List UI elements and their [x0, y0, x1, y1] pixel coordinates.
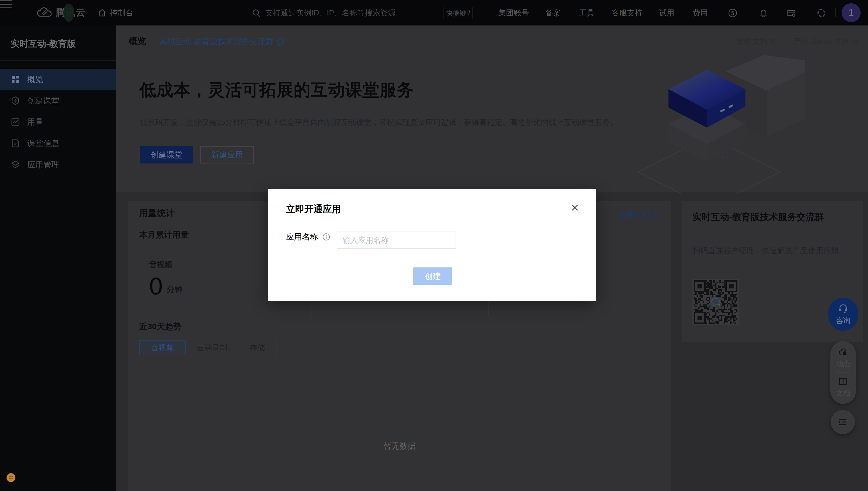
modal-title: 立即开通应用 — [286, 203, 341, 215]
overview-grid-icon — [11, 75, 20, 84]
collapse-list-icon — [838, 417, 848, 427]
info-icon[interactable] — [322, 233, 330, 241]
sidebar: 实时互动-教育版 概览 创建课堂 用量 课堂信息 应用管理 — [0, 26, 116, 491]
community-card-title: 实时互动-教育版技术服务交流群 — [692, 210, 855, 224]
console-nav-link[interactable]: 控制台 — [98, 0, 133, 26]
nav-link-trial[interactable]: 试用 — [659, 0, 675, 26]
nav-link-tools[interactable]: 工具 — [579, 0, 595, 26]
console-settings-icon[interactable] — [786, 8, 796, 18]
tencent-cloud-logo-icon[interactable] — [37, 7, 52, 19]
app-name-input[interactable] — [337, 232, 456, 249]
news-button[interactable]: 动态 — [836, 348, 850, 368]
search-icon[interactable] — [252, 8, 261, 18]
nav-link-icp[interactable]: 备案 — [545, 0, 561, 26]
tab-storage[interactable]: 存储 — [238, 340, 277, 355]
close-icon[interactable] — [570, 202, 580, 213]
nav-link-support[interactable]: 客服支持 — [611, 0, 642, 26]
activate-app-modal: 立即开通应用 应用名称 创建 — [268, 189, 596, 301]
headset-icon — [838, 303, 848, 314]
usage-section-title: 用量统计 — [139, 207, 175, 220]
create-class-button[interactable]: 创建课堂 — [140, 146, 193, 164]
cloud-bell-icon — [838, 348, 848, 357]
usage-chart-icon — [11, 117, 20, 127]
community-card-description: 扫码直连客户经理，快速解决产品使用问题。 — [692, 244, 854, 256]
month-usage-title: 本月累计用量 — [139, 229, 189, 240]
docs-label: 文档 — [836, 388, 850, 398]
trend-section-title: 近30天趋势 — [139, 321, 181, 332]
sidebar-item-create-class[interactable]: 创建课堂 — [0, 90, 116, 111]
feedback-orange-widget[interactable] — [6, 473, 16, 482]
view-all-link[interactable]: 查看全部(0) — [619, 210, 659, 220]
wechat-qr-code — [692, 279, 739, 325]
sidebar-divider — [0, 60, 116, 61]
community-group-link[interactable]: 实时互动-教育版技术服务交流群 — [159, 36, 285, 47]
metric-unit: 分钟 — [167, 284, 182, 298]
top-navbar: 腾讯云 控制台 支持通过实例ID、IP、名称等搜索资源 快捷键 / 集团账号 备… — [0, 0, 868, 26]
hero-title: 低成本，灵活可拓展的互动课堂服务 — [139, 79, 414, 102]
create-class-icon — [11, 96, 20, 106]
sidebar-item-label: 课堂信息 — [27, 138, 59, 149]
hero-description: 低代码开发，企业仅需15分钟即可快速上线全平台自由品牌互动课堂，轻松实现复杂应用… — [140, 117, 618, 127]
av-usage-metric: 音视频 0 分钟 — [149, 259, 182, 298]
app-layers-icon — [11, 160, 20, 169]
page-canvas: 腾讯云 控制台 支持通过实例ID、IP、名称等搜索资源 快捷键 / 集团账号 备… — [0, 0, 868, 491]
empty-chart-placeholder: 暂无数据 — [139, 441, 660, 451]
metric-value: 0 — [149, 274, 163, 298]
tab-audio-video[interactable]: 音视频 — [139, 340, 186, 355]
consult-label: 咨询 — [836, 316, 850, 325]
sidebar-item-usage[interactable]: 用量 — [0, 111, 116, 133]
new-app-button[interactable]: 新建应用 — [201, 146, 254, 164]
toolbar-divider — [837, 373, 849, 373]
sidebar-item-label: 创建课堂 — [27, 95, 59, 106]
product-demo-link[interactable]: 产品 Demo 体验 — [794, 36, 859, 47]
consult-float-button[interactable]: 咨询 — [828, 298, 858, 331]
header-links: 帮助文档 产品 Demo 体验 — [737, 36, 859, 47]
home-icon — [98, 8, 107, 17]
sidebar-item-label: 用量 — [27, 117, 43, 127]
float-toolbar: 动态 文档 — [830, 341, 856, 404]
trend-tabs: 音视频 云端录制 存储 — [140, 340, 277, 355]
docs-button[interactable]: 文档 — [836, 377, 850, 398]
metric-label: 音视频 — [149, 259, 182, 270]
user-avatar[interactable]: 1 — [842, 3, 861, 22]
shortcut-key-badge: 快捷键 / — [443, 7, 473, 19]
header-hero-section: 概览 实时互动-教育版技术服务交流群 帮助文档 产品 Demo 体验 低成本，灵… — [116, 26, 868, 192]
class-info-doc-icon — [11, 139, 20, 148]
open-book-icon — [838, 377, 848, 386]
app-name-field-row: 应用名称 — [286, 232, 330, 242]
sidebar-item-label: 概览 — [27, 74, 43, 85]
product-title: 实时互动-教育版 — [11, 38, 76, 50]
sidebar-item-label: 应用管理 — [27, 159, 59, 170]
feedback-star-icon[interactable] — [816, 8, 826, 18]
hamburger-menu-icon[interactable] — [0, 0, 12, 8]
news-label: 动态 — [836, 359, 850, 368]
notification-bell-icon[interactable] — [758, 8, 769, 18]
sidebar-item-overview[interactable]: 概览 — [0, 69, 116, 90]
collapse-panel-button[interactable] — [831, 410, 855, 434]
sidebar-item-app-management[interactable]: 应用管理 — [0, 154, 116, 175]
navbar-divider — [835, 8, 836, 17]
nav-link-group-account[interactable]: 集团账号 — [498, 0, 529, 26]
logo-redaction-mark — [63, 4, 74, 22]
breadcrumb: 概览 — [128, 35, 146, 48]
app-name-label: 应用名称 — [286, 232, 318, 242]
tab-cloud-recording[interactable]: 云端录制 — [186, 340, 238, 355]
service-s-icon[interactable] — [728, 8, 738, 18]
help-doc-link[interactable]: 帮助文档 — [737, 36, 777, 47]
sidebar-item-class-info[interactable]: 课堂信息 — [0, 133, 116, 154]
chat-smiley-icon — [276, 37, 285, 46]
create-button[interactable]: 创建 — [413, 267, 452, 285]
external-link-icon — [770, 38, 777, 45]
external-link-icon — [852, 38, 859, 45]
nav-link-billing[interactable]: 费用 — [692, 0, 708, 26]
hero-3d-illustration — [633, 55, 811, 194]
global-search-input[interactable]: 支持通过实例ID、IP、名称等搜索资源 — [265, 0, 396, 26]
